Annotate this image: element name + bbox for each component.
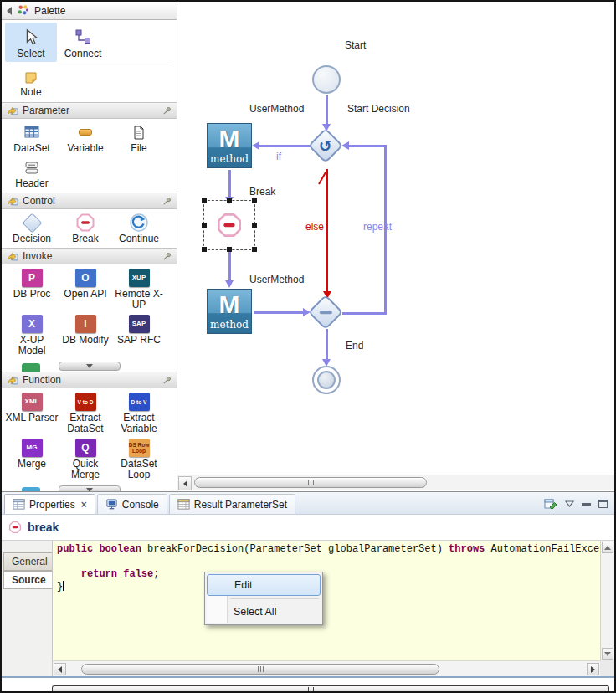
selection-title: break: [28, 521, 59, 534]
selection-handle[interactable]: [227, 198, 232, 203]
item-label: Merge: [18, 459, 46, 470]
palette-item-remote-xup[interactable]: XUP Remote X-UP: [112, 267, 166, 311]
palette-item-extract-dataset[interactable]: V to D Extract DataSet: [59, 391, 112, 434]
selection-handle[interactable]: [252, 223, 257, 228]
minimize-icon[interactable]: [582, 502, 591, 506]
menu-item-edit[interactable]: Edit: [207, 574, 321, 596]
palette-item-variable[interactable]: Variable: [59, 121, 112, 154]
pin-icon[interactable]: [162, 252, 172, 261]
scroll-right-button[interactable]: [587, 663, 599, 675]
tool-note[interactable]: Note: [5, 66, 57, 100]
continue-arrow-icon: [129, 212, 149, 234]
code-area[interactable]: public boolean breakForDecision(Paramete…: [53, 541, 600, 660]
properties-view: Properties × Console Result ParameterSet…: [2, 491, 614, 691]
palette-item-xup-model[interactable]: X X-UP Model: [5, 313, 59, 357]
palette-item-file[interactable]: File: [112, 121, 166, 154]
maximize-icon[interactable]: [598, 500, 608, 508]
user-method-node-top[interactable]: M method: [207, 123, 252, 168]
item-label: Extract Variable: [112, 413, 166, 434]
tab-console[interactable]: Console: [97, 494, 167, 514]
scroll-up-button[interactable]: [602, 542, 613, 553]
section-header-invoke[interactable]: Invoke: [2, 248, 177, 264]
palette-icon: [17, 4, 29, 17]
palette-item-dataset-loop[interactable]: DS Row Loop DataSet Loop: [112, 437, 166, 480]
editor-hscrollbar[interactable]: [53, 660, 600, 676]
editor-vscrollbar[interactable]: [600, 541, 614, 660]
user-method-node-bottom[interactable]: M method: [207, 289, 252, 334]
tool-connect[interactable]: Connect: [57, 23, 109, 62]
dataset-table-icon: [24, 121, 39, 143]
tool-select[interactable]: Select: [5, 23, 57, 62]
close-tab-icon[interactable]: ×: [81, 499, 87, 511]
scroll-thumb[interactable]: [81, 664, 439, 675]
palette-item-break[interactable]: Break: [59, 212, 112, 244]
code-line: return false;: [57, 568, 600, 581]
palette-item-open-api[interactable]: O Open API: [59, 267, 112, 311]
tab-result-parameterset[interactable]: Result ParameterSet: [169, 494, 295, 514]
scroll-left-button[interactable]: [178, 476, 192, 490]
selection-header: break: [2, 515, 614, 541]
drawer-icon: [7, 251, 18, 262]
selection-handle[interactable]: [227, 247, 232, 252]
window-bottom-strip: [2, 676, 614, 691]
palette-item-quick-merge[interactable]: Q Quick Merge: [59, 437, 112, 480]
function-scroll-down-button[interactable]: [59, 485, 121, 491]
section-header-parameter[interactable]: Parameter: [2, 102, 177, 119]
scroll-down-button[interactable]: [602, 648, 613, 660]
sap-rfc-icon: SAP: [129, 315, 150, 333]
drawer-icon: [7, 196, 18, 207]
break-node-selected[interactable]: [203, 200, 255, 250]
palette-item-db-modify[interactable]: i DB Modify: [59, 313, 112, 357]
palette-item-extract-variable[interactable]: D to V Extract Variable: [112, 391, 166, 434]
scroll-left-button[interactable]: [54, 663, 66, 675]
collapse-palette-icon[interactable]: [7, 7, 12, 15]
pin-icon[interactable]: [162, 197, 172, 206]
scroll-thumb[interactable]: [194, 477, 427, 488]
palette-item-xml-parser[interactable]: XML XML Parser: [5, 391, 59, 434]
parameter-items: DataSet Variable File Header: [2, 119, 177, 192]
item-label: Open API: [64, 289, 106, 300]
selection-handle[interactable]: [252, 198, 257, 203]
end-label: End: [346, 340, 363, 352]
window-hscrollbar-partial[interactable]: [52, 685, 609, 691]
selection-handle[interactable]: [202, 247, 207, 252]
tab-label: Properties: [29, 499, 75, 511]
palette-item-db-proc[interactable]: P DB Proc: [5, 267, 59, 311]
arrowhead: [225, 280, 234, 288]
palette-item-sap-rfc[interactable]: SAP SAP RFC: [112, 313, 166, 357]
section-label: Parameter: [23, 105, 69, 116]
edge-else: [326, 169, 328, 291]
minus-icon: [320, 311, 332, 314]
palette-item-header[interactable]: Header: [5, 157, 59, 189]
selection-handle[interactable]: [252, 247, 257, 252]
selection-handle[interactable]: [202, 223, 207, 228]
end-node[interactable]: [312, 366, 341, 394]
start-decision-node[interactable]: ↺: [308, 128, 343, 163]
selection-handle[interactable]: [202, 198, 207, 203]
palette-item-continue[interactable]: Continue: [112, 212, 166, 244]
side-tab-source[interactable]: Source: [3, 571, 52, 589]
diagram-canvas[interactable]: ↺ M method M method: [177, 2, 614, 491]
item-label: DB Proc: [13, 289, 51, 300]
end-decision-node[interactable]: [308, 295, 343, 330]
tab-label: Result ParameterSet: [194, 499, 287, 511]
menu-item-select-all[interactable]: Select All: [207, 602, 321, 623]
invoke-scroll-down-button[interactable]: [59, 362, 121, 371]
edge-if: [259, 145, 311, 147]
start-node[interactable]: [312, 65, 341, 94]
view-menu-icon[interactable]: [565, 501, 574, 507]
palette-item-merge[interactable]: MG Merge: [5, 437, 59, 480]
pin-icon[interactable]: [162, 106, 172, 116]
application-window: Palette Select Connect: [0, 0, 616, 693]
side-tab-general[interactable]: General: [3, 552, 52, 571]
canvas-hscrollbar[interactable]: [177, 475, 614, 490]
section-header-function[interactable]: Function: [2, 372, 177, 388]
pin-icon[interactable]: [162, 376, 172, 385]
palette-item-dataset[interactable]: DataSet: [5, 121, 59, 154]
palette-item-decision[interactable]: Decision: [5, 212, 59, 244]
link-editor-icon[interactable]: [544, 497, 557, 511]
item-label: XML Parser: [6, 413, 59, 424]
section-header-control[interactable]: Control: [2, 192, 177, 209]
palette-header: Palette: [2, 2, 177, 20]
tab-properties[interactable]: Properties ×: [4, 494, 95, 514]
